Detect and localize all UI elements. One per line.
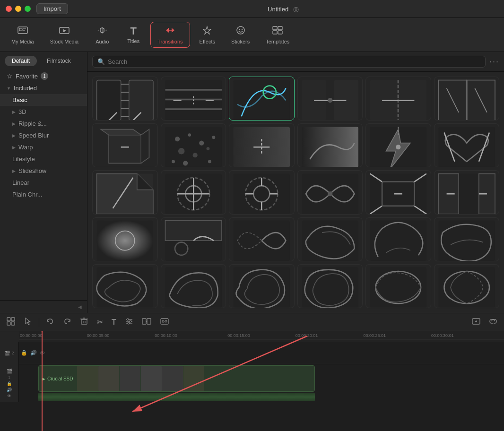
transition-card-blind-1[interactable]: Blind 1 (434, 170, 500, 214)
stock-media-label: Stock Media (50, 39, 79, 44)
svg-rect-97 (142, 319, 146, 324)
playhead[interactable] (42, 331, 43, 431)
search-input[interactable] (108, 58, 480, 65)
clip-thumb-1 (77, 366, 98, 391)
sidebar-nav: ☆ Favorite 1 ▼ Included Basic ▶ 3D ▶ Rip… (0, 68, 87, 300)
transition-card-bar[interactable]: Bar (92, 77, 158, 121)
more-button[interactable]: ··· (489, 57, 499, 67)
lifestyle-label: Lifestyle (12, 155, 35, 163)
toolbar-transitions[interactable]: Transitions (150, 22, 190, 48)
transition-card-round-zoom-out[interactable]: Round Zoom Out (229, 170, 295, 214)
timeline-link-button[interactable] (487, 315, 499, 329)
sidebar-item-3d[interactable]: ▶ 3D (0, 106, 87, 118)
transition-card-blind[interactable]: Blind (161, 77, 226, 121)
sidebar-item-speed-blur[interactable]: ▶ Speed Blur (0, 129, 87, 141)
toolbar-titles[interactable]: T Titles (119, 23, 148, 47)
timeline-redo-button[interactable] (61, 315, 73, 329)
toolbar-my-media[interactable]: My Media (5, 22, 41, 47)
timeline-transition-clip-button[interactable] (140, 315, 153, 329)
timeline-select-button[interactable] (22, 315, 34, 329)
transition-card-flash[interactable]: Flash (365, 123, 431, 167)
transition-card-cube[interactable]: Cube (92, 123, 158, 167)
transition-card-dissolve[interactable]: Dissolve (161, 123, 226, 167)
transition-card-fade-single-track[interactable]: Fade Single Track (161, 217, 226, 261)
sidebar-item-basic[interactable]: Basic (0, 94, 87, 106)
toolbar-audio[interactable]: Audio (88, 22, 116, 47)
video-clip[interactable]: ▶ Crucial SSD (38, 365, 315, 392)
svg-rect-13 (278, 26, 282, 30)
svg-marker-8 (203, 26, 211, 34)
minimize-button[interactable] (15, 6, 21, 12)
fullscreen-button[interactable] (25, 6, 31, 12)
timeline-delete-button[interactable] (78, 315, 90, 329)
speed-blur-label: Speed Blur (18, 132, 49, 139)
sidebar-item-linear[interactable]: Linear (0, 177, 87, 189)
track-2-audio-icon[interactable]: 🔊 (30, 350, 37, 356)
svg-marker-5 (63, 29, 66, 32)
transition-card-orb-twist-3[interactable]: Orb Twist 3 (229, 264, 295, 308)
transition-card-round-zoom-in[interactable]: Round Zoom In (161, 170, 226, 214)
timeline-add-track-button[interactable] (470, 315, 482, 329)
timeline-grid-button[interactable] (5, 315, 17, 329)
import-button[interactable]: Import (36, 3, 68, 14)
timeline-adjust-button[interactable] (123, 315, 135, 329)
tab-default[interactable]: Default (5, 56, 37, 66)
toolbar-stock-media[interactable]: Stock Media (43, 22, 86, 47)
transition-card-orb-3[interactable]: Orb 3 (365, 217, 431, 261)
clip-label: ▶ Crucial SSD (39, 375, 76, 382)
sidebar-item-included[interactable]: ▼ Included (0, 82, 87, 94)
tab-filmstock[interactable]: Filmstock (40, 56, 78, 66)
collapse-sidebar-button[interactable]: ◀ (76, 302, 84, 311)
transition-card-orb-2[interactable]: Orb 2 (297, 217, 363, 261)
track-1-content: ▶ Crucial SSD (19, 364, 504, 402)
toolbar-stickers[interactable]: Stickers (225, 22, 256, 47)
timeline-cut-button[interactable]: ✂ (95, 316, 105, 328)
transition-card-fishey-roll-2[interactable]: Fisheve Roll 2 (434, 264, 500, 308)
timeline-toolbar: ✂ T (0, 313, 504, 331)
svg-point-10 (238, 29, 239, 30)
transition-card-orb-1[interactable]: Orb 1 (229, 217, 295, 261)
transition-card-heart[interactable]: Heart (434, 123, 500, 167)
transition-card-fishey-roll-1[interactable]: Fisheve Roll 1 (365, 264, 431, 308)
transition-card-fade-white[interactable]: Fade White (92, 217, 158, 261)
sidebar-item-lifestyle[interactable]: Lifestyle (0, 153, 87, 165)
transition-card-fade-grayscale[interactable]: Fade Grayscale (297, 123, 363, 167)
transition-card-orb-twist-1[interactable]: Orb Twist 1 (92, 264, 158, 308)
search-bar: 🔍 ··· (87, 52, 504, 72)
timeline-ai-button[interactable] (158, 315, 171, 329)
toolbar-effects[interactable]: Effects (193, 22, 222, 47)
track-controls-1: 🎬 1 🔒 🔊 👁 (0, 364, 19, 402)
transition-card-colour-distance[interactable]: Colour Distance (229, 77, 295, 121)
svg-point-42 (172, 160, 175, 163)
track-1-lock-icon[interactable]: 🔒 (7, 381, 12, 386)
close-button[interactable] (6, 6, 12, 12)
toolbar-templates[interactable]: Templates (259, 22, 296, 47)
track-1-audio-icon[interactable]: 🔊 (7, 388, 12, 392)
sidebar-item-ripple[interactable]: ▶ Ripple &... (0, 118, 87, 129)
transition-card-zoom[interactable]: Zoom (365, 170, 431, 214)
transition-card-orb-twist-4[interactable]: Orb Twist 4 (297, 264, 363, 308)
sidebar-item-warp[interactable]: ▶ Warp (0, 141, 87, 153)
basic-label: Basic (12, 96, 27, 103)
transition-card-col-merge[interactable]: Col Merge (297, 77, 363, 121)
transition-card-col-split-2[interactable]: Col Split 2 (434, 77, 500, 121)
3d-label: 3D (18, 108, 26, 115)
svg-rect-80 (438, 267, 495, 308)
transition-card-fade[interactable]: Fade (229, 123, 295, 167)
transition-card-page-curl[interactable]: Page Curl (92, 170, 158, 214)
sidebar-item-slideshow[interactable]: ▶ Slideshow (0, 165, 87, 177)
track-2-lock-icon[interactable]: 🔒 (21, 350, 27, 356)
timeline-text-button[interactable]: T (110, 316, 118, 328)
track-row-1: 🎬 1 🔒 🔊 👁 ▶ Crucial SSD (0, 364, 504, 402)
timeline-undo-button[interactable] (44, 315, 56, 329)
transition-card-butterfly[interactable]: Butterfly...ave Scrawler (297, 170, 363, 214)
svg-point-95 (130, 320, 131, 322)
track-1-eye-icon[interactable]: 👁 (7, 394, 11, 398)
templates-icon (272, 25, 283, 37)
transition-card-orb-4[interactable]: Orb 4 (434, 217, 500, 261)
sidebar-item-plain-chr[interactable]: Plain Chr... (0, 189, 87, 200)
sidebar-item-favorite[interactable]: ☆ Favorite 1 (0, 70, 87, 82)
transition-card-orb-twist-2[interactable]: Orb Twist 2 (161, 264, 226, 308)
warp-label: Warp (18, 144, 33, 151)
transition-card-col-split[interactable]: Col Split (365, 77, 431, 121)
